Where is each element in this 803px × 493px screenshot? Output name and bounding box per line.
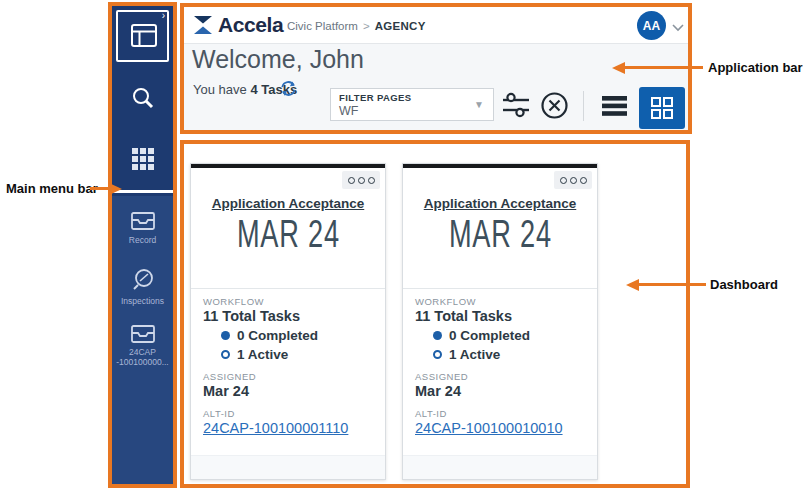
welcome-panel: Welcome, John You have 4 Tasks FILTER PA…	[184, 44, 688, 130]
main-menu-bar: › Record Inspections 24CAP -100100000...	[108, 2, 177, 488]
list-view-icon[interactable]	[601, 95, 628, 121]
completed-text: 0 Completed	[237, 328, 318, 343]
record-folder-icon[interactable]	[130, 322, 156, 350]
accela-logo: Accela	[192, 13, 283, 37]
apps-grid-icon[interactable]	[132, 148, 154, 170]
ellipsis-icon	[348, 177, 355, 184]
ellipsis-icon	[560, 177, 567, 184]
sidebar-item-24cap[interactable]: 24CAP -100100000...	[112, 347, 173, 367]
workflow-card: Application Acceptance MAR 24 WORKFLOW 1…	[190, 163, 386, 480]
breadcrumb-separator: >	[363, 20, 370, 32]
filter-settings-icon[interactable]	[501, 91, 531, 123]
dashboard-arrowhead-icon	[626, 279, 639, 291]
app-header: Accela Civic Platform>AGENCY AA	[184, 7, 688, 44]
completed-dot-icon	[221, 331, 230, 340]
card-date: MAR 24	[403, 215, 597, 254]
alt-id-link[interactable]: 24CAP-100100001110	[203, 420, 348, 436]
card-top-accent	[191, 164, 385, 168]
filter-pages-dropdown[interactable]: FILTER PAGES WF ▼	[330, 88, 494, 121]
assigned-date: Mar 24	[203, 383, 373, 399]
active-text: 1 Active	[237, 347, 288, 362]
active-row: 1 Active	[433, 347, 585, 362]
total-tasks: 11 Total Tasks	[415, 308, 585, 324]
card-body: WORKFLOW 11 Total Tasks 0 Completed 1 Ac…	[403, 288, 597, 437]
caret-down-icon: ▼	[474, 99, 484, 110]
active-dot-icon	[433, 350, 442, 359]
completed-text: 0 Completed	[449, 328, 530, 343]
more-options-button[interactable]	[554, 171, 592, 189]
application-bar-arrowhead-icon	[612, 62, 625, 74]
workflow-label: WORKFLOW	[415, 296, 585, 307]
active-dot-icon	[221, 350, 230, 359]
dashboard: Application Acceptance MAR 24 WORKFLOW 1…	[180, 140, 690, 488]
page-title: Welcome, John	[192, 45, 364, 74]
completed-row: 0 Completed	[433, 328, 585, 343]
total-tasks: 11 Total Tasks	[203, 308, 373, 324]
card-footer	[403, 455, 597, 479]
active-text: 1 Active	[449, 347, 500, 362]
record-icon[interactable]	[130, 209, 156, 237]
main-menu-bar-arrowhead-icon	[109, 183, 122, 195]
sidebar-item-record[interactable]: Record	[112, 235, 173, 245]
menu-collapse-button[interactable]: ›	[116, 10, 169, 62]
avatar[interactable]: AA	[637, 11, 666, 40]
filter-pages-label: FILTER PAGES	[339, 92, 485, 103]
alt-id-label: ALT-ID	[203, 408, 373, 419]
assigned-date: Mar 24	[415, 383, 585, 399]
completed-row: 0 Completed	[221, 328, 373, 343]
refresh-icon[interactable]	[279, 79, 298, 102]
tasks-summary-prefix: You have	[193, 82, 247, 97]
card-title-link[interactable]: Application Acceptance	[403, 196, 597, 211]
toolbar-divider	[583, 91, 584, 121]
application-bar-arrow-line	[625, 66, 703, 69]
alt-id-label: ALT-ID	[415, 408, 585, 419]
sidebar-item-24cap-line2: -100100000...	[116, 357, 168, 367]
clear-filter-icon[interactable]	[540, 91, 569, 124]
card-body: WORKFLOW 11 Total Tasks 0 Completed 1 Ac…	[191, 288, 385, 437]
grid-view-icon	[650, 96, 674, 120]
breadcrumb-agency[interactable]: AGENCY	[375, 20, 426, 32]
sidebar-item-24cap-line1: 24CAP	[129, 347, 156, 357]
card-date: MAR 24	[191, 215, 385, 254]
breadcrumb-platform[interactable]: Civic Platform	[287, 20, 358, 32]
sidebar-item-inspections[interactable]: Inspections	[112, 296, 173, 306]
more-options-button[interactable]	[342, 171, 380, 189]
card-footer	[191, 455, 385, 479]
dashboard-arrow-line	[638, 283, 706, 286]
dashboard-annotation: Dashboard	[710, 277, 778, 292]
main-menu-bar-arrow-line	[90, 187, 110, 190]
completed-dot-icon	[433, 331, 442, 340]
assigned-label: ASSIGNED	[203, 371, 373, 382]
breadcrumb: Civic Platform>AGENCY	[287, 20, 426, 32]
grid-view-button[interactable]	[639, 87, 685, 129]
main-menu-bar-annotation: Main menu bar	[6, 181, 98, 196]
filter-pages-value: WF	[339, 104, 485, 118]
brand-name: Accela	[218, 13, 283, 37]
assigned-label: ASSIGNED	[415, 371, 585, 382]
card-title-link[interactable]: Application Acceptance	[191, 196, 385, 211]
card-top-accent	[403, 164, 597, 168]
accela-logo-icon	[192, 13, 214, 37]
inspections-icon[interactable]	[129, 266, 157, 298]
window-layout-icon	[130, 23, 158, 53]
alt-id-link[interactable]: 24CAP-100100010010	[415, 420, 563, 436]
active-row: 1 Active	[221, 347, 373, 362]
workflow-card: Application Acceptance MAR 24 WORKFLOW 1…	[402, 163, 598, 480]
search-icon[interactable]	[129, 84, 157, 116]
workflow-label: WORKFLOW	[203, 296, 373, 307]
chevron-right-icon: ›	[162, 11, 165, 21]
application-bar-annotation: Application bar	[708, 60, 803, 75]
chevron-down-icon[interactable]	[672, 18, 684, 36]
